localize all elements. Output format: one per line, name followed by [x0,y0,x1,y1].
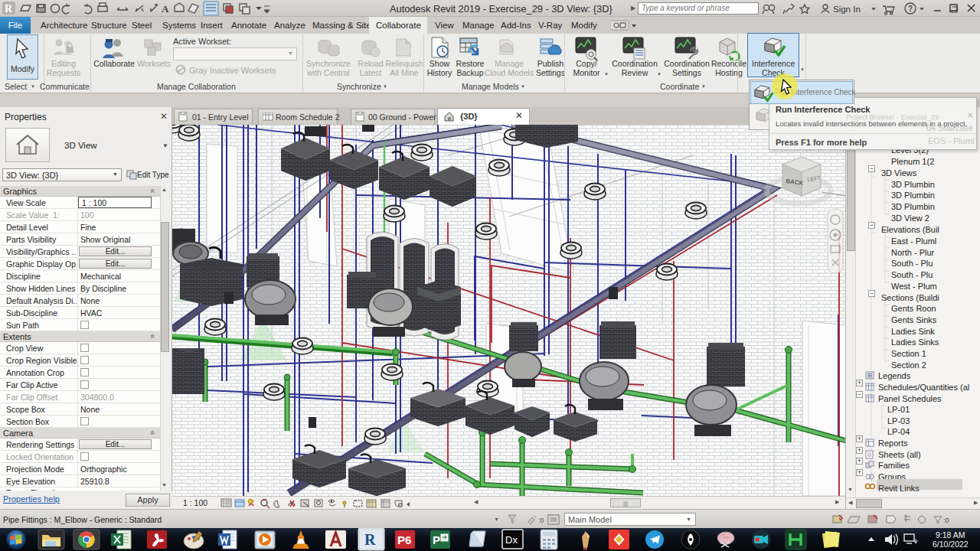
svg-text:P6: P6 [397,533,411,546]
svg-text:R: R [364,531,376,548]
svg-text:9:18 AM: 9:18 AM [936,530,965,540]
svg-text:A: A [162,3,169,15]
svg-text::0: :0 [943,517,949,524]
svg-text::0: :0 [538,517,544,524]
svg-text:Sign In: Sign In [833,5,861,14]
svg-text:P: P [433,533,440,546]
svg-text:Dx: Dx [505,534,518,546]
svg-text:6/10/2022: 6/10/2022 [933,540,969,549]
svg-text:R: R [5,3,13,15]
svg-text:?: ? [908,5,913,13]
